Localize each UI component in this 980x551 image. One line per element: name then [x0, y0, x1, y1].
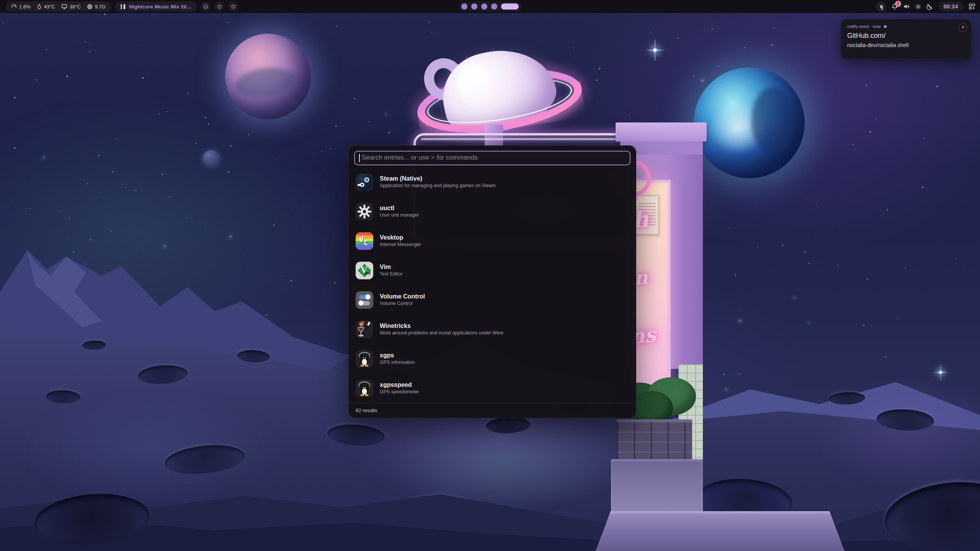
workspace-indicator[interactable] — [458, 2, 522, 11]
temp-stat: 43°C — [37, 4, 55, 10]
star — [186, 217, 187, 218]
star — [772, 44, 773, 46]
gauge-icon — [11, 4, 17, 10]
workspace-dot-active[interactable] — [501, 3, 519, 10]
list-item-vim[interactable]: V im Vim Text Editor — [356, 256, 629, 285]
steam-icon — [356, 173, 373, 191]
star — [84, 264, 85, 264]
star — [67, 76, 68, 77]
star — [389, 132, 390, 133]
notification-popup[interactable]: notify-send · now ✕ GitHub.com/ noctalia… — [841, 19, 972, 59]
star — [302, 280, 302, 280]
star — [164, 246, 165, 247]
star — [740, 320, 740, 321]
star — [735, 275, 736, 276]
cpu-stat: 1.8% — [11, 4, 31, 10]
shop-steps — [611, 459, 703, 513]
star — [116, 138, 117, 139]
star — [870, 131, 871, 132]
star — [30, 208, 31, 209]
star — [73, 252, 74, 253]
star — [167, 111, 167, 112]
star — [291, 280, 292, 281]
star — [670, 98, 670, 99]
star — [718, 66, 719, 67]
system-stats-pill[interactable]: 1.8% 43°C 38°C — [5, 2, 111, 11]
speaker-icon[interactable] — [903, 3, 910, 10]
star — [85, 41, 86, 42]
media-title: Nightcore Music Mix 20… — [129, 4, 192, 10]
shop-cornice — [616, 122, 707, 142]
star — [757, 247, 758, 248]
vesktop-tray-icon[interactable]: VC — [876, 2, 886, 12]
star — [724, 374, 725, 375]
close-icon[interactable]: ✕ — [959, 23, 967, 32]
star — [69, 218, 70, 218]
star — [111, 230, 112, 231]
chip-icon — [87, 4, 93, 10]
star — [866, 85, 867, 86]
gear-icon — [356, 203, 373, 220]
list-item-vesktop[interactable]: V C Vesktop Internet Messenger — [356, 226, 629, 256]
moon-slash-icon[interactable] — [926, 3, 933, 10]
notification-source: notify-send · now — [847, 24, 881, 29]
star — [782, 245, 783, 246]
star — [266, 315, 267, 316]
star — [159, 114, 160, 114]
star — [808, 263, 810, 264]
apps-grid-icon[interactable] — [969, 3, 975, 10]
star — [27, 31, 27, 32]
star — [14, 147, 15, 148]
star — [693, 75, 694, 77]
star — [922, 187, 923, 188]
star — [205, 117, 206, 118]
memory-stat: 9.7G — [87, 4, 106, 10]
star — [678, 38, 678, 39]
notification-header: notify-send · now — [847, 24, 965, 29]
star — [354, 128, 355, 128]
star — [650, 32, 651, 33]
temp-value: 43°C — [44, 4, 55, 10]
list-item-uuctl[interactable]: uuctl User unit manager — [356, 197, 629, 226]
star — [98, 155, 100, 156]
star — [330, 148, 330, 149]
star — [137, 45, 138, 46]
skull-icon[interactable] — [201, 2, 211, 11]
list-item-xgps[interactable]: xgps GPS information — [356, 344, 629, 373]
heart-icon[interactable] — [214, 2, 224, 11]
results-footer: 62 results — [349, 403, 636, 418]
sun-icon[interactable] — [915, 3, 921, 10]
star — [142, 77, 144, 78]
star — [196, 143, 196, 143]
star — [83, 149, 83, 149]
star — [113, 171, 114, 172]
workspace-dot[interactable] — [481, 3, 487, 10]
tux-gps-icon — [356, 350, 373, 368]
star — [493, 49, 494, 50]
star — [885, 356, 886, 357]
star — [431, 32, 432, 33]
list-item-winetricks[interactable]: Winetricks Work around problems and inst… — [356, 315, 629, 344]
star — [905, 267, 906, 268]
list-item-xgpsspeed[interactable]: xgpsspeed GPS speedometer — [356, 373, 629, 403]
surface-tint — [15, 390, 283, 505]
star — [354, 98, 355, 99]
star — [740, 310, 740, 310]
workspace-dot[interactable] — [491, 3, 497, 10]
heart-icon[interactable] — [228, 2, 238, 11]
list-item-volume-control[interactable]: Volume Control Volume Control — [356, 285, 629, 315]
star — [596, 80, 597, 81]
star — [327, 266, 328, 266]
star — [875, 119, 876, 119]
star — [822, 366, 822, 367]
workspace-dot[interactable] — [471, 3, 477, 10]
clock[interactable]: 00:24 — [938, 2, 964, 11]
media-player-pill[interactable]: Nightcore Music Mix 20… — [115, 2, 197, 11]
tux-gps-icon — [356, 380, 373, 397]
list-item-steam[interactable]: Steam (Native) Application for managing … — [356, 167, 629, 197]
star — [867, 279, 868, 280]
search-input[interactable] — [354, 151, 630, 165]
workspace-dot[interactable] — [461, 3, 467, 10]
star — [729, 228, 729, 228]
star — [863, 325, 864, 326]
